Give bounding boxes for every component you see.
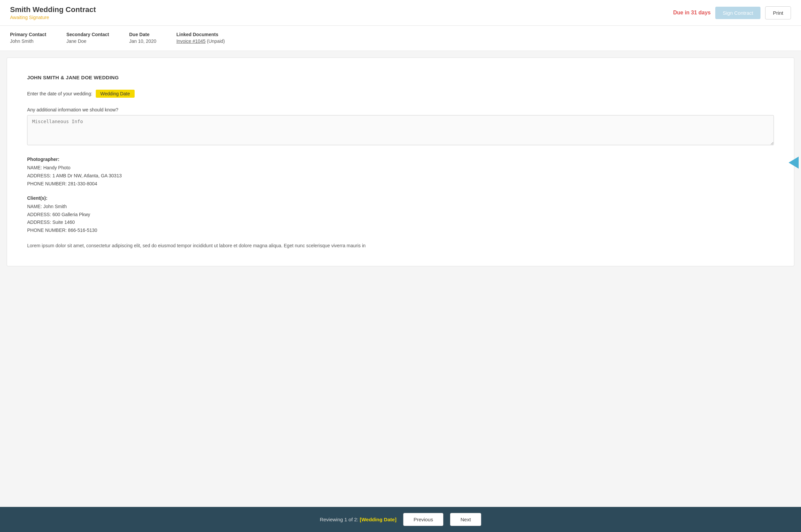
contract-body: JOHN SMITH & JANE DOE WEDDING Enter the … (7, 58, 794, 266)
linked-docs-value: Invoice #1045 (Unpaid) (177, 38, 225, 44)
due-label: Due in 31 days (673, 10, 711, 16)
invoice-status: (Unpaid) (206, 38, 225, 44)
linked-docs-label: Linked Documents (177, 32, 225, 37)
page-title: Smith Wedding Contract (10, 5, 96, 14)
photographer-label: Photographer: (27, 157, 774, 162)
linked-docs-field: Linked Documents Invoice #1045 (Unpaid) (177, 32, 225, 44)
client-name: NAME: John Smith (27, 203, 774, 211)
page-header: Smith Wedding Contract Awaiting Signatur… (0, 0, 801, 26)
secondary-contact-label: Secondary Contact (66, 32, 109, 37)
due-date-value: Jan 10, 2020 (129, 38, 157, 44)
primary-contact-value: John Smith (10, 38, 46, 44)
additional-info-label: Any additional information we should kno… (27, 107, 774, 112)
primary-contact-field: Primary Contact John Smith (10, 32, 46, 44)
contract-heading: JOHN SMITH & JANE DOE WEDDING (27, 75, 774, 80)
meta-bar: Primary Contact John Smith Secondary Con… (0, 26, 801, 51)
client-address1: ADDRESS: 600 Galleria Pkwy (27, 211, 774, 219)
sign-contract-button[interactable]: Sign Contract (715, 7, 761, 19)
photographer-address: ADDRESS: 1 AMB Dr NW, Atlanta, GA 30313 (27, 172, 774, 180)
header-actions: Due in 31 days Sign Contract Print (673, 6, 791, 19)
client-address2: ADDRESS: Suite 1460 (27, 218, 774, 227)
due-date-field: Due Date Jan 10, 2020 (129, 32, 157, 44)
clients-section: Client(s): NAME: John Smith ADDRESS: 600… (27, 195, 774, 234)
print-button[interactable]: Print (765, 6, 791, 19)
wedding-date-tag[interactable]: Wedding Date (96, 90, 134, 98)
secondary-contact-field: Secondary Contact Jane Doe (66, 32, 109, 44)
wedding-date-prompt: Enter the date of your wedding: (27, 91, 92, 96)
client-phone: PHONE NUMBER: 866-516-5130 (27, 227, 774, 234)
photographer-section: Photographer: NAME: Handy Photo ADDRESS:… (27, 157, 774, 188)
secondary-contact-value: Jane Doe (66, 38, 109, 44)
photographer-name: NAME: Handy Photo (27, 164, 774, 172)
title-block: Smith Wedding Contract Awaiting Signatur… (10, 5, 96, 20)
due-date-label: Due Date (129, 32, 157, 37)
lorem-text: Lorem ipsum dolor sit amet, consectetur … (27, 242, 774, 249)
invoice-link[interactable]: Invoice #1045 (177, 38, 206, 44)
photographer-phone: PHONE NUMBER: 281-330-8004 (27, 180, 774, 188)
page-subtitle: Awaiting Signature (10, 15, 96, 20)
annotation-arrow (789, 157, 799, 169)
misc-info-textarea[interactable] (27, 115, 774, 145)
wedding-date-row: Enter the date of your wedding: Wedding … (27, 90, 774, 98)
clients-label: Client(s): (27, 195, 774, 201)
primary-contact-label: Primary Contact (10, 32, 46, 37)
